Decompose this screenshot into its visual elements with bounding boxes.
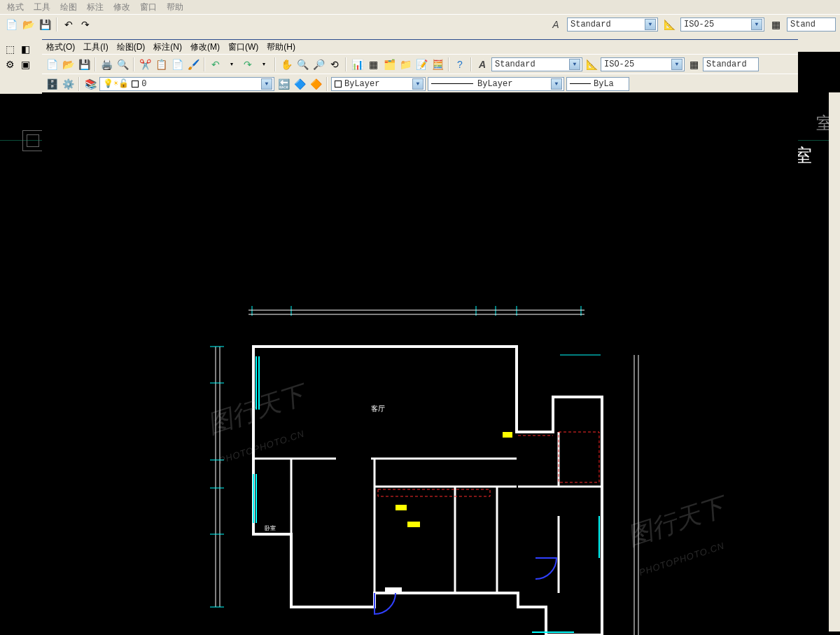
- outer-toolbar: 📄 📂 💾 ↶ ↷ A Standard ▼ 📐 ISO-25 ▼ ▦ Stan…: [0, 14, 840, 34]
- properties-icon[interactable]: 📊: [350, 57, 364, 71]
- undo-icon[interactable]: ↶: [209, 57, 223, 71]
- tool-icon[interactable]: ◧: [18, 42, 32, 56]
- layermcur-icon[interactable]: 🔶: [309, 77, 323, 91]
- layer-lock-icon: 🔓: [118, 78, 129, 89]
- menu-item-window[interactable]: 窗口(W): [228, 41, 258, 53]
- menu-item[interactable]: 修改: [113, 1, 130, 13]
- chevron-down-icon[interactable]: ▼: [671, 59, 682, 70]
- zoom-window-icon[interactable]: 🔎: [312, 57, 326, 71]
- dimstyle-combo[interactable]: ISO-25 ▼: [601, 57, 685, 71]
- layer-name: 0: [141, 79, 146, 89]
- undo-dropdown-icon[interactable]: ▾: [225, 57, 239, 71]
- lineweight-preview: [431, 83, 473, 84]
- copy-icon[interactable]: 📋: [154, 57, 168, 71]
- plot-icon[interactable]: 🖨️: [99, 57, 113, 71]
- layerstate-icon[interactable]: ⚙️: [61, 77, 75, 91]
- layerprev-icon[interactable]: 🔙: [276, 77, 290, 91]
- layeriso-icon[interactable]: 🔷: [293, 77, 307, 91]
- tablestyle-icon[interactable]: ▦: [769, 18, 783, 32]
- tablestyle-combo[interactable]: Stand: [787, 18, 836, 32]
- save-icon[interactable]: 💾: [77, 57, 91, 71]
- paste-icon[interactable]: 📄: [170, 57, 184, 71]
- cut-icon[interactable]: ✂️: [138, 57, 152, 71]
- color-value: ByLayer: [344, 79, 379, 89]
- menu-item-help[interactable]: 帮助(H): [267, 41, 295, 53]
- open-icon[interactable]: 📂: [21, 18, 35, 32]
- redo-icon[interactable]: ↷: [241, 57, 255, 71]
- menu-item-draw[interactable]: 绘图(D): [117, 41, 146, 53]
- preview-icon[interactable]: 🔍: [115, 57, 130, 71]
- tool-icon[interactable]: ⚙: [3, 57, 17, 71]
- menu-item-dimension[interactable]: 标注(N): [153, 41, 182, 53]
- svg-rect-41: [396, 505, 407, 510]
- textstyle-icon[interactable]: A: [475, 57, 489, 71]
- layer-freeze-icon: ☀: [113, 78, 118, 89]
- chevron-down-icon[interactable]: ▼: [551, 78, 562, 90]
- chevron-down-icon[interactable]: ▼: [751, 19, 762, 30]
- sheetset-icon[interactable]: 📁: [398, 57, 412, 71]
- color-swatch: [335, 81, 342, 88]
- textstyle-combo[interactable]: Standard ▼: [491, 57, 582, 71]
- designcenter-icon[interactable]: ▦: [366, 57, 380, 71]
- tablestyle-value: Stand: [790, 20, 816, 29]
- layerprops-icon[interactable]: 🗄️: [45, 77, 59, 91]
- textstyle-icon[interactable]: A: [549, 18, 563, 32]
- pan-icon[interactable]: ✋: [279, 57, 293, 71]
- tool-icon[interactable]: ▣: [18, 57, 32, 71]
- menu-item[interactable]: 工具: [34, 1, 50, 13]
- new-icon[interactable]: 📄: [4, 18, 18, 32]
- svg-rect-40: [503, 432, 512, 438]
- linetype-value: ByLa: [594, 79, 614, 89]
- menu-item-modify[interactable]: 修改(M): [190, 41, 220, 53]
- layerfilter-icon[interactable]: 📚: [83, 77, 97, 91]
- menu-item[interactable]: 标注: [87, 1, 104, 13]
- menu-item[interactable]: 绘图: [60, 1, 77, 13]
- save-icon[interactable]: 💾: [38, 18, 52, 32]
- svg-rect-38: [559, 432, 599, 482]
- color-combo[interactable]: ByLayer ▼: [331, 77, 426, 91]
- zoom-previous-icon[interactable]: ⟲: [328, 57, 342, 71]
- toolpalettes-icon[interactable]: 🗂️: [382, 57, 396, 71]
- menu-item-format[interactable]: 格式(O): [46, 41, 75, 53]
- dimstyle-icon[interactable]: 📐: [584, 57, 598, 71]
- textstyle-combo[interactable]: Standard ▼: [567, 18, 658, 32]
- chevron-down-icon[interactable]: ▼: [569, 59, 580, 70]
- new-icon[interactable]: 📄: [45, 57, 59, 71]
- vertical-scrollbar[interactable]: [829, 92, 840, 631]
- dimstyle-combo[interactable]: ISO-25 ▼: [680, 18, 764, 32]
- tablestyle-combo[interactable]: Standard: [703, 57, 759, 71]
- room-label: 客厅: [371, 405, 385, 412]
- matchprop-icon[interactable]: 🖌️: [186, 57, 200, 71]
- svg-rect-42: [407, 522, 420, 527]
- chevron-down-icon[interactable]: ▼: [645, 19, 656, 30]
- tablestyle-icon[interactable]: ▦: [687, 57, 701, 71]
- undo-icon[interactable]: ↶: [62, 18, 76, 32]
- svg-rect-37: [378, 489, 490, 496]
- layer-combo[interactable]: 💡 ☀ 🔓 0 ▼: [99, 77, 274, 91]
- markup-icon[interactable]: 📝: [414, 57, 428, 71]
- menu-item[interactable]: 帮助: [167, 1, 183, 13]
- svg-rect-45: [385, 587, 402, 592]
- dimstyle-value: ISO-25: [684, 20, 714, 29]
- chevron-down-icon[interactable]: ▼: [261, 78, 272, 90]
- tool-icon[interactable]: ⬚: [3, 42, 17, 56]
- open-icon[interactable]: 📂: [61, 57, 75, 71]
- floorplan-svg: 客厅 卧室: [210, 306, 658, 635]
- standard-toolbar: 📄 📂 💾 🖨️ 🔍 ✂️ 📋 📄 🖌️ ↶ ▾ ↷ ▾ ✋ 🔍 🔎 ⟲ 📊 ▦…: [42, 54, 798, 74]
- layer-properties-toolbar: 🗄️ ⚙️ 📚 💡 ☀ 🔓 0 ▼ 🔙 🔷 🔶 ByLayer ▼ ByLaye…: [42, 74, 798, 93]
- chevron-down-icon[interactable]: ▼: [412, 78, 424, 90]
- menu-item-tools[interactable]: 工具(I): [83, 41, 108, 53]
- layer-on-icon: 💡: [103, 78, 113, 89]
- zoom-realtime-icon[interactable]: 🔍: [295, 57, 309, 71]
- redo-dropdown-icon[interactable]: ▾: [257, 57, 271, 71]
- redo-icon[interactable]: ↷: [78, 18, 92, 32]
- quickcalc-icon[interactable]: 🧮: [430, 57, 444, 71]
- lineweight-combo[interactable]: ByLayer ▼: [428, 77, 564, 91]
- dimstyle-icon[interactable]: 📐: [662, 18, 676, 32]
- tablestyle-value: Standard: [706, 60, 747, 69]
- linetype-combo[interactable]: ByLa: [566, 77, 629, 91]
- drawing-canvas[interactable]: 客厅 卧室: [42, 92, 798, 631]
- help-icon[interactable]: ?: [453, 57, 467, 71]
- menu-item[interactable]: 格式: [7, 1, 24, 13]
- menu-item[interactable]: 窗口: [140, 1, 157, 13]
